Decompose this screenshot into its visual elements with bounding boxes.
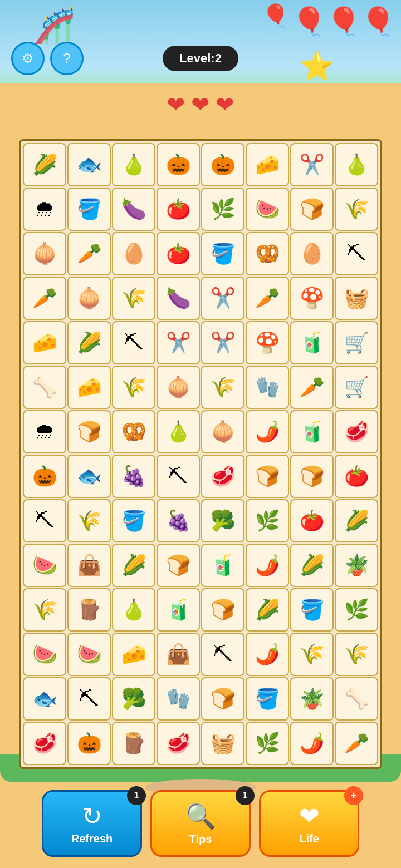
grid-cell-99[interactable]: 🧤 <box>157 677 200 721</box>
grid-cell-104[interactable]: 🥩 <box>23 722 66 765</box>
grid-cell-36[interactable]: ✂️ <box>201 321 244 364</box>
settings-button[interactable]: ⚙ <box>11 42 45 75</box>
grid-cell-81[interactable]: 🪵 <box>67 588 111 632</box>
grid-cell-47[interactable]: 🛒 <box>335 366 378 409</box>
grid-cell-86[interactable]: 🪣 <box>290 588 334 632</box>
grid-cell-8[interactable]: 🌨 <box>23 188 66 231</box>
grid-cell-93[interactable]: 🌶️ <box>246 633 289 676</box>
grid-cell-22[interactable]: 🥚 <box>290 232 334 275</box>
grid-cell-17[interactable]: 🥕 <box>67 232 111 275</box>
grid-cell-92[interactable]: ⛏ <box>201 633 244 676</box>
grid-cell-2[interactable]: 🍐 <box>112 143 155 186</box>
grid-cell-39[interactable]: 🛒 <box>335 321 378 364</box>
grid-cell-28[interactable]: ✂️ <box>201 277 244 320</box>
grid-cell-27[interactable]: 🍆 <box>157 277 200 320</box>
grid-cell-7[interactable]: 🍐 <box>335 143 378 186</box>
grid-cell-96[interactable]: 🐟 <box>23 677 66 721</box>
grid-cell-31[interactable]: 🧺 <box>335 277 378 320</box>
grid-cell-88[interactable]: 🍉 <box>23 633 66 676</box>
grid-cell-34[interactable]: ⛏ <box>112 321 155 364</box>
grid-cell-6[interactable]: ✂️ <box>290 143 334 186</box>
grid-cell-78[interactable]: 🌽 <box>290 544 334 587</box>
grid-cell-15[interactable]: 🌾 <box>335 188 378 231</box>
grid-cell-107[interactable]: 🥩 <box>157 722 200 765</box>
grid-cell-109[interactable]: 🌿 <box>246 722 289 765</box>
grid-cell-55[interactable]: 🥩 <box>335 410 378 453</box>
grid-cell-71[interactable]: 🌽 <box>335 499 378 542</box>
grid-cell-79[interactable]: 🪴 <box>335 544 378 587</box>
grid-cell-98[interactable]: 🥦 <box>112 677 155 721</box>
grid-cell-97[interactable]: ⛏ <box>67 677 111 721</box>
grid-cell-70[interactable]: 🍅 <box>290 499 334 542</box>
grid-cell-74[interactable]: 🌽 <box>112 544 155 587</box>
grid-cell-43[interactable]: 🧅 <box>157 366 200 409</box>
grid-cell-12[interactable]: 🌿 <box>201 188 244 231</box>
grid-cell-18[interactable]: 🥚 <box>112 232 155 275</box>
grid-cell-30[interactable]: 🍄 <box>290 277 334 320</box>
grid-cell-80[interactable]: 🌾 <box>23 588 66 632</box>
grid-cell-108[interactable]: 🧺 <box>201 722 244 765</box>
grid-cell-0[interactable]: 🌽 <box>23 143 66 186</box>
grid-cell-50[interactable]: 🥨 <box>112 410 155 453</box>
grid-cell-75[interactable]: 🍞 <box>157 544 200 587</box>
tips-button[interactable]: 1 🔍 Tips <box>150 790 251 857</box>
grid-cell-19[interactable]: 🍅 <box>157 232 200 275</box>
grid-cell-72[interactable]: 🍉 <box>23 544 66 587</box>
grid-cell-5[interactable]: 🧀 <box>246 143 289 186</box>
grid-cell-105[interactable]: 🎃 <box>67 722 111 765</box>
grid-cell-85[interactable]: 🌽 <box>246 588 289 632</box>
grid-cell-52[interactable]: 🧅 <box>201 410 244 453</box>
grid-cell-53[interactable]: 🌶️ <box>246 410 289 453</box>
grid-cell-59[interactable]: ⛏ <box>157 455 200 498</box>
grid-cell-13[interactable]: 🍉 <box>246 188 289 231</box>
grid-cell-94[interactable]: 🌾 <box>290 633 334 676</box>
grid-cell-106[interactable]: 🪵 <box>112 722 155 765</box>
grid-cell-40[interactable]: 🦴 <box>23 366 66 409</box>
grid-cell-91[interactable]: 👜 <box>157 633 200 676</box>
grid-cell-45[interactable]: 🧤 <box>246 366 289 409</box>
grid-cell-61[interactable]: 🍞 <box>246 455 289 498</box>
life-button[interactable]: + ❤ Life <box>259 790 359 857</box>
grid-cell-21[interactable]: 🥨 <box>246 232 289 275</box>
grid-cell-103[interactable]: 🦴 <box>335 677 378 721</box>
grid-cell-23[interactable]: ⛏ <box>335 232 378 275</box>
grid-cell-3[interactable]: 🎃 <box>157 143 200 186</box>
grid-cell-64[interactable]: ⛏ <box>23 499 66 542</box>
grid-cell-46[interactable]: 🥕 <box>290 366 334 409</box>
grid-cell-102[interactable]: 🪴 <box>290 677 334 721</box>
grid-cell-32[interactable]: 🧀 <box>23 321 66 364</box>
grid-cell-111[interactable]: 🥕 <box>335 722 378 765</box>
grid-cell-35[interactable]: ✂️ <box>157 321 200 364</box>
grid-cell-16[interactable]: 🧅 <box>23 232 66 275</box>
grid-cell-82[interactable]: 🍐 <box>112 588 155 632</box>
grid-cell-63[interactable]: 🍅 <box>335 455 378 498</box>
grid-cell-110[interactable]: 🌶️ <box>290 722 334 765</box>
grid-cell-4[interactable]: 🎃 <box>201 143 244 186</box>
grid-cell-69[interactable]: 🌿 <box>246 499 289 542</box>
grid-cell-90[interactable]: 🧀 <box>112 633 155 676</box>
grid-cell-20[interactable]: 🪣 <box>201 232 244 275</box>
grid-cell-101[interactable]: 🪣 <box>246 677 289 721</box>
grid-cell-49[interactable]: 🍞 <box>67 410 111 453</box>
grid-cell-1[interactable]: 🐟 <box>67 143 111 186</box>
grid-cell-83[interactable]: 🧃 <box>157 588 200 632</box>
grid-cell-56[interactable]: 🎃 <box>23 455 66 498</box>
grid-cell-42[interactable]: 🌾 <box>112 366 155 409</box>
grid-cell-11[interactable]: 🍅 <box>157 188 200 231</box>
grid-cell-29[interactable]: 🥕 <box>246 277 289 320</box>
grid-cell-95[interactable]: 🌾 <box>335 633 378 676</box>
grid-cell-60[interactable]: 🥩 <box>201 455 244 498</box>
grid-cell-77[interactable]: 🌶️ <box>246 544 289 587</box>
grid-cell-66[interactable]: 🪣 <box>112 499 155 542</box>
grid-cell-84[interactable]: 🍞 <box>201 588 244 632</box>
grid-cell-41[interactable]: 🧀 <box>67 366 111 409</box>
grid-cell-14[interactable]: 🍞 <box>290 188 334 231</box>
grid-cell-37[interactable]: 🍄 <box>246 321 289 364</box>
grid-cell-87[interactable]: 🌿 <box>335 588 378 632</box>
grid-cell-100[interactable]: 🍞 <box>201 677 244 721</box>
grid-cell-76[interactable]: 🧃 <box>201 544 244 587</box>
grid-cell-10[interactable]: 🍆 <box>112 188 155 231</box>
grid-cell-62[interactable]: 🍞 <box>290 455 334 498</box>
grid-cell-48[interactable]: 🌨 <box>23 410 66 453</box>
refresh-button[interactable]: 1 ↻ Refresh <box>42 790 142 857</box>
